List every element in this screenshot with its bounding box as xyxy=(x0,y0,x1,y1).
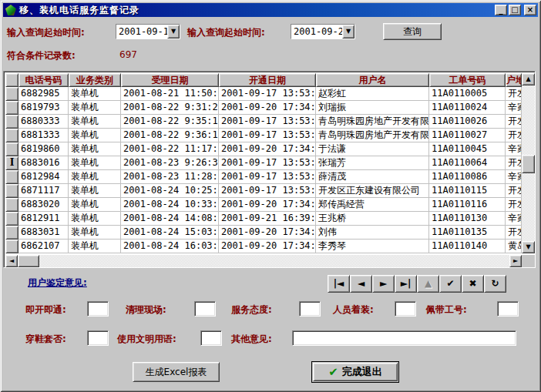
cell-open-date[interactable]: 2001-09-17 13:53:57 xyxy=(219,156,316,170)
cell-order-no[interactable]: 11A0110064 xyxy=(429,156,506,170)
cell-accept-date[interactable]: 2001-08-22 9:36:15 xyxy=(121,129,219,142)
cell-service-type[interactable]: 装单机 xyxy=(69,87,121,101)
scroll-up-icon[interactable]: ▲ xyxy=(522,73,535,85)
generate-excel-button[interactable]: 生成Excel报表 xyxy=(133,362,220,382)
cell-address[interactable]: 黄岛 xyxy=(506,240,522,253)
cell-address[interactable]: 开发 xyxy=(506,115,522,129)
cell-service-type[interactable]: 装单机 xyxy=(69,170,121,184)
cell-accept-date[interactable]: 2001-08-24 14:08:07 xyxy=(121,212,219,226)
cell-user-name[interactable]: 李秀琴 xyxy=(316,240,429,253)
query-start-date-combo[interactable]: 2001-09-16 ▼ xyxy=(116,24,180,39)
cell-user-name[interactable]: 郑传禹经营 xyxy=(316,198,429,212)
cell-order-no[interactable]: 11A0110140 xyxy=(429,240,506,253)
cell-accept-date[interactable]: 2001-08-22 9:31:28 xyxy=(121,101,219,115)
cell-order-no[interactable]: 11A0110115 xyxy=(429,184,506,198)
cell-phone[interactable]: 6819793 xyxy=(18,101,69,115)
cell-address[interactable]: 开发 xyxy=(506,87,522,101)
cell-service-type[interactable]: 装单机 xyxy=(69,184,121,198)
cell-accept-date[interactable]: 2001-08-24 16:03:32 xyxy=(121,240,219,253)
cell-service-type[interactable]: 装单机 xyxy=(69,212,121,226)
cell-address[interactable]: 开发 xyxy=(506,226,522,240)
column-header-accept-date[interactable]: 受理日期 xyxy=(121,73,219,87)
first-record-icon[interactable]: |◄ xyxy=(328,275,350,293)
cell-address[interactable]: 开发 xyxy=(506,156,522,170)
cell-open-date[interactable]: 2001-09-20 17:34:10 xyxy=(219,240,316,253)
maximize-icon[interactable]: □ xyxy=(509,5,521,15)
cell-address[interactable]: 辛家 xyxy=(506,212,522,226)
cell-order-no[interactable]: 11A0110005 xyxy=(429,87,506,101)
cell-accept-date[interactable]: 2001-08-22 9:35:13 xyxy=(121,115,219,129)
cell-service-type[interactable]: 装单机 xyxy=(69,240,121,253)
field-polite-language-input[interactable] xyxy=(201,331,221,345)
refresh-icon[interactable]: ↻ xyxy=(484,275,506,293)
cell-open-date[interactable]: 2001-09-17 13:53:52 xyxy=(219,87,316,101)
cell-user-name[interactable]: 王兆桥 xyxy=(316,212,429,226)
field-service-attitude-input[interactable] xyxy=(299,301,321,317)
post-edit-icon[interactable]: ✔ xyxy=(439,275,462,293)
cell-accept-date[interactable]: 2001-08-21 11:50:33 xyxy=(121,87,219,101)
query-end-date-combo[interactable]: 2001-09-23 ▼ xyxy=(291,24,355,39)
cell-user-name[interactable]: 薛清茂 xyxy=(316,170,429,184)
chevron-down-icon[interactable]: ▼ xyxy=(167,25,180,39)
field-clean-site-input[interactable] xyxy=(194,301,216,317)
cell-user-name[interactable]: 青岛明珠园房地产开发有限 xyxy=(316,115,429,129)
cell-open-date[interactable]: 2001-09-17 13:53:59 xyxy=(219,184,316,198)
last-record-icon[interactable]: ►| xyxy=(395,275,417,293)
cell-address[interactable]: 开发 xyxy=(506,184,522,198)
column-header-service-type[interactable]: 业务类别 xyxy=(69,73,121,87)
cell-phone[interactable]: 6862107 xyxy=(18,240,69,253)
cell-user-name[interactable]: 于法谦 xyxy=(316,142,429,156)
column-header-open-date[interactable]: 开通日期 xyxy=(219,73,316,87)
cell-phone[interactable]: 6812984 xyxy=(18,170,69,184)
cell-phone[interactable]: 6881333 xyxy=(18,129,69,142)
cell-open-date[interactable]: 2001-09-17 13:53:58 xyxy=(219,170,316,184)
column-header-user-name[interactable]: 用户名 xyxy=(316,73,429,87)
cell-open-date[interactable]: 2001-09-20 17:34:04 xyxy=(219,101,316,115)
cell-user-name[interactable]: 赵彩虹 xyxy=(316,87,429,101)
cell-accept-date[interactable]: 2001-08-24 10:33:28 xyxy=(121,198,219,212)
cell-phone[interactable]: 6883031 xyxy=(18,226,69,240)
cancel-edit-icon[interactable]: ✖ xyxy=(462,275,484,293)
cell-order-no[interactable]: 11A0110024 xyxy=(429,101,506,115)
finish-exit-button[interactable]: ✔ 完成退出 xyxy=(311,361,399,383)
cell-phone[interactable]: 6882985 xyxy=(18,87,69,101)
cell-phone[interactable]: 6819860 xyxy=(18,142,69,156)
cell-address[interactable]: 开发 xyxy=(506,198,522,212)
column-header-phone[interactable]: 电话号码 xyxy=(18,73,69,87)
cell-service-type[interactable]: 装单机 xyxy=(69,101,121,115)
column-header-address[interactable]: 户地 xyxy=(506,73,522,87)
next-record-icon[interactable]: ► xyxy=(372,275,395,293)
cell-user-name[interactable]: 张瑞芳 xyxy=(316,156,429,170)
field-instant-open-input[interactable] xyxy=(88,302,108,316)
cell-order-no[interactable]: 11A0110116 xyxy=(429,198,506,212)
cell-phone[interactable]: 6812911 xyxy=(18,212,69,226)
cell-address[interactable]: 开发 xyxy=(506,129,522,142)
cell-address[interactable]: 辛家 xyxy=(506,170,522,184)
cell-phone[interactable]: 6880333 xyxy=(18,115,69,129)
cell-service-type[interactable]: 装单机 xyxy=(69,142,121,156)
cell-user-name[interactable]: 刘瑞振 xyxy=(316,101,429,115)
cell-user-name[interactable]: 青岛明珠园房地产开发有限 xyxy=(316,129,429,142)
cell-address[interactable]: 辛家 xyxy=(506,101,522,115)
cell-service-type[interactable]: 装单机 xyxy=(69,156,121,170)
cell-service-type[interactable]: 装单机 xyxy=(69,115,121,129)
field-clean-site-input[interactable] xyxy=(195,302,215,316)
cell-open-date[interactable]: 2001-09-20 17:34:09 xyxy=(219,226,316,240)
field-instant-open-input[interactable] xyxy=(87,301,109,317)
horizontal-scrollbar[interactable]: ◄► xyxy=(5,255,522,267)
field-shoe-cover-input[interactable] xyxy=(88,331,108,345)
cell-open-date[interactable]: 2001-09-17 13:53:55 xyxy=(219,115,316,129)
field-badge-worn-input[interactable] xyxy=(498,302,518,316)
field-service-attitude-input[interactable] xyxy=(300,302,320,316)
field-shoe-cover-input[interactable] xyxy=(87,330,109,346)
cell-accept-date[interactable]: 2001-08-24 10:25:25 xyxy=(121,184,219,198)
cell-order-no[interactable]: 11A0110027 xyxy=(429,129,506,142)
field-staff-dress-input[interactable] xyxy=(395,302,415,316)
close-icon[interactable]: × xyxy=(524,5,536,15)
minimize-icon[interactable]: _ xyxy=(495,5,507,15)
scroll-left-icon[interactable]: ◄ xyxy=(5,255,18,267)
cell-order-no[interactable]: 11A0110026 xyxy=(429,115,506,129)
cell-open-date[interactable]: 2001-09-20 17:34:08 xyxy=(219,198,316,212)
cell-phone[interactable]: 6883020 xyxy=(18,198,69,212)
column-header-order-no[interactable]: 工单号码 xyxy=(429,73,506,87)
